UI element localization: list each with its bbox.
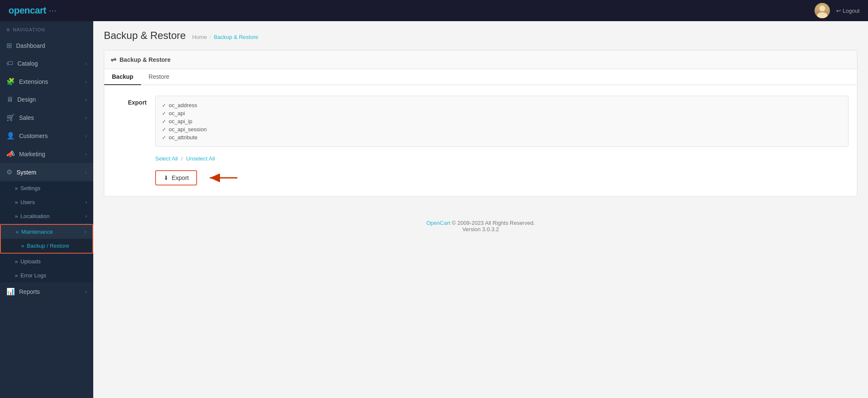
- sidebar-item-dashboard[interactable]: ⊞ Dashboard: [0, 36, 93, 55]
- check-icon-address: ✓: [162, 102, 166, 108]
- page-header: Backup & Restore Home › Backup & Restore: [104, 30, 857, 41]
- card-header-icon: ⇌: [111, 55, 116, 64]
- sidebar: NAVIGATION ⊞ Dashboard 🏷 Catalog › 🧩 Ext…: [0, 21, 93, 398]
- logout-label: Logout: [843, 8, 860, 14]
- uploads-prefix: »: [15, 258, 18, 265]
- sidebar-label-design: Design: [17, 96, 36, 103]
- sidebar-item-maintenance[interactable]: » Maintenance ›: [1, 225, 92, 239]
- backup-restore-prefix: »: [21, 243, 24, 249]
- reports-arrow-icon: ›: [85, 289, 87, 294]
- users-prefix: »: [15, 199, 18, 205]
- backup-restore-card: ⇌ Backup & Restore Backup Restore Export…: [104, 50, 857, 196]
- card-header: ⇌ Backup & Restore: [104, 50, 857, 69]
- logo: opencart ⋯: [8, 5, 56, 16]
- tab-backup[interactable]: Backup: [104, 69, 141, 85]
- marketing-icon: 📣: [6, 150, 15, 158]
- export-button[interactable]: ⬇ Export: [155, 170, 197, 185]
- export-item-label: oc_address: [169, 102, 197, 108]
- export-item-label: oc_api_ip: [169, 118, 192, 124]
- sidebar-item-marketing[interactable]: 📣 Marketing ›: [0, 145, 93, 163]
- sidebar-item-extensions[interactable]: 🧩 Extensions ›: [0, 72, 93, 91]
- sidebar-item-localisation[interactable]: » Localisation ›: [0, 209, 93, 223]
- main-layout: NAVIGATION ⊞ Dashboard 🏷 Catalog › 🧩 Ext…: [0, 21, 868, 398]
- export-item-label: oc_api: [169, 110, 185, 116]
- export-btn-label: Export: [172, 174, 189, 181]
- localisation-arrow-icon: ›: [86, 214, 87, 218]
- breadcrumb-current: Backup & Restore: [214, 34, 258, 40]
- tab-restore[interactable]: Restore: [141, 69, 177, 85]
- main-content: Backup & Restore Home › Backup & Restore…: [93, 21, 868, 398]
- export-label: Export: [113, 96, 147, 106]
- breadcrumb-home[interactable]: Home: [192, 34, 207, 40]
- export-item-oc-attribute: ✓ oc_attribute: [162, 133, 842, 141]
- sidebar-item-reports[interactable]: 📊 Reports ›: [0, 282, 93, 301]
- sidebar-label-system: System: [17, 169, 36, 176]
- maintenance-prefix: »: [16, 229, 19, 235]
- sidebar-item-catalog[interactable]: 🏷 Catalog ›: [0, 55, 93, 72]
- localisation-prefix: »: [15, 213, 18, 219]
- avatar[interactable]: [815, 3, 830, 18]
- sidebar-label-settings: Settings: [20, 185, 40, 191]
- sidebar-label-extensions: Extensions: [19, 78, 48, 85]
- settings-prefix: »: [15, 185, 18, 191]
- sidebar-item-users[interactable]: » Users ›: [0, 195, 93, 209]
- divider: /: [181, 155, 183, 162]
- logout-button[interactable]: ↩ Logout: [836, 8, 860, 14]
- footer-link[interactable]: OpenCart: [426, 220, 450, 226]
- sidebar-item-settings[interactable]: » Settings: [0, 181, 93, 195]
- check-icon-attribute: ✓: [162, 135, 166, 141]
- catalog-arrow-icon: ›: [85, 61, 87, 66]
- design-icon: 🖥: [6, 96, 13, 103]
- sidebar-item-backup-restore[interactable]: » Backup / Restore: [1, 239, 92, 253]
- top-header: opencart ⋯ ↩ Logout: [0, 0, 868, 21]
- sidebar-label-dashboard: Dashboard: [16, 42, 45, 49]
- system-submenu: » Settings » Users › » Localisation ›: [0, 181, 93, 282]
- arrow-annotation: [206, 171, 239, 184]
- export-item-label: oc_api_session: [169, 126, 207, 133]
- check-icon-api: ✓: [162, 111, 166, 116]
- sidebar-item-design[interactable]: 🖥 Design ›: [0, 91, 93, 108]
- arrow-svg: [206, 171, 239, 184]
- sidebar-item-error-logs[interactable]: » Error Logs: [0, 268, 93, 282]
- sidebar-label-maintenance: Maintenance: [21, 229, 53, 235]
- sales-icon: 🛒: [6, 113, 15, 122]
- select-all-button[interactable]: Select All: [155, 155, 178, 162]
- sidebar-label-error-logs: Error Logs: [20, 272, 46, 279]
- sidebar-label-marketing: Marketing: [19, 151, 45, 158]
- select-all-row: Select All / Unselect All: [155, 155, 849, 162]
- sidebar-label-reports: Reports: [19, 288, 40, 295]
- sidebar-label-backup-restore: Backup / Restore: [27, 243, 69, 249]
- unselect-all-button[interactable]: Unselect All: [186, 155, 215, 162]
- nav-label: NAVIGATION: [0, 21, 93, 36]
- check-icon-api-session: ✓: [162, 127, 166, 133]
- export-btn-row: ⬇ Export: [155, 170, 849, 185]
- system-icon: ⚙: [6, 168, 12, 176]
- download-icon: ⬇: [164, 174, 169, 181]
- export-row: Export ✓ oc_address ✓ oc_api ✓ oc_api_ip: [113, 96, 849, 147]
- reports-icon: 📊: [6, 287, 15, 296]
- sidebar-label-customers: Customers: [19, 133, 48, 139]
- export-item-oc-api-session: ✓ oc_api_session: [162, 125, 842, 133]
- sidebar-item-customers[interactable]: 👤 Customers ›: [0, 127, 93, 145]
- sidebar-item-system[interactable]: ⚙ System ›: [0, 163, 93, 181]
- customers-arrow-icon: ›: [85, 133, 87, 138]
- export-list[interactable]: ✓ oc_address ✓ oc_api ✓ oc_api_ip ✓: [155, 96, 849, 147]
- breadcrumb-separator: ›: [209, 34, 211, 40]
- sidebar-label-catalog: Catalog: [17, 60, 38, 67]
- logo-text: opencart: [8, 5, 46, 16]
- header-right: ↩ Logout: [815, 3, 860, 18]
- sales-arrow-icon: ›: [85, 115, 87, 120]
- export-item-label: oc_attribute: [169, 134, 198, 141]
- page-title: Backup & Restore: [104, 30, 186, 41]
- extensions-icon: 🧩: [6, 77, 15, 86]
- maintenance-arrow-icon: ›: [85, 229, 86, 234]
- sidebar-item-uploads[interactable]: » Uploads: [0, 254, 93, 268]
- sidebar-item-sales[interactable]: 🛒 Sales ›: [0, 108, 93, 127]
- sidebar-label-uploads: Uploads: [20, 258, 41, 265]
- tab-content-backup: Export ✓ oc_address ✓ oc_api ✓ oc_api_ip: [104, 85, 857, 196]
- users-arrow-icon: ›: [86, 200, 87, 205]
- avatar-image: [815, 3, 830, 18]
- logo-cart-icon: ⋯: [49, 6, 56, 15]
- main-footer: OpenCart © 2009-2023 All Rights Reserved…: [104, 213, 857, 239]
- logout-icon: ↩: [836, 8, 841, 14]
